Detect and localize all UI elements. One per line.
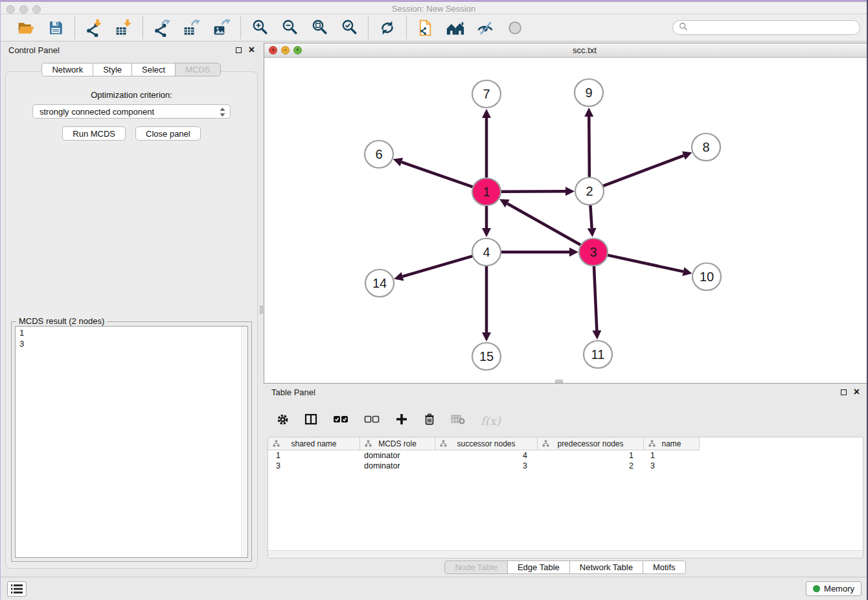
export-image-icon[interactable] [211, 17, 232, 38]
table-tab-network-table[interactable]: Network Table [569, 560, 643, 574]
column-hierarchy-icon [273, 440, 280, 449]
horizontal-splitter-handle[interactable] [555, 380, 563, 383]
table-cell[interactable]: 3 [644, 461, 700, 470]
select-all-checkboxes-icon[interactable] [333, 415, 348, 426]
table-tab-node-table[interactable]: Node Table [444, 560, 508, 574]
edge-1-to-6[interactable] [402, 162, 473, 187]
control-panel-title: Control Panel [8, 45, 60, 55]
zoom-fit-icon[interactable] [309, 17, 330, 38]
split-columns-icon[interactable] [304, 413, 317, 428]
add-row-icon[interactable] [395, 413, 408, 428]
table-cell[interactable]: 1 [538, 451, 644, 460]
memory-button[interactable]: Memory [806, 581, 862, 596]
table-cell[interactable]: 1 [644, 451, 700, 460]
network-graph[interactable]: 7968124314101511 [264, 58, 868, 384]
search-input[interactable] [692, 22, 854, 33]
show-graphics-details-icon[interactable] [505, 17, 525, 38]
application-window: Session: New Session [0, 0, 868, 600]
edge-4-to-14[interactable] [403, 256, 473, 277]
delete-table-icon[interactable] [451, 414, 465, 427]
zoom-selected-icon[interactable] [339, 17, 360, 38]
import-network-icon[interactable] [84, 17, 104, 38]
delete-row-trash-icon[interactable] [424, 413, 435, 428]
close-panel-button[interactable]: Close panel [135, 126, 201, 141]
new-network-from-selection-icon[interactable] [415, 17, 436, 38]
column-hierarchy-icon [365, 440, 372, 449]
open-session-icon[interactable] [16, 17, 36, 38]
edge-2-to-8[interactable] [603, 156, 684, 186]
edge-3-to-11[interactable] [594, 266, 597, 330]
float-panel-icon[interactable] [236, 47, 242, 53]
search-field[interactable] [672, 20, 860, 35]
graph-node-label-3: 3 [589, 245, 597, 259]
table-row[interactable]: 3dominator323 [268, 461, 863, 471]
task-history-button[interactable] [7, 581, 27, 597]
table-cell[interactable]: 4 [435, 451, 538, 460]
close-panel-icon[interactable]: × [249, 46, 255, 54]
zoom-in-icon[interactable] [249, 17, 270, 38]
hide-selected-eye-slash-icon[interactable] [475, 17, 496, 38]
column-hierarchy-icon [440, 440, 447, 449]
mcds-result-group: MCDS result (2 nodes) 1 3 [11, 321, 252, 562]
network-canvas[interactable]: 7968124314101511 [264, 58, 868, 383]
graph-node-label-9: 9 [585, 86, 592, 100]
node-table: shared nameMCDS rolesuccessor nodesprede… [268, 437, 863, 559]
tab-style[interactable]: Style [93, 63, 132, 76]
table-horizontal-scrollbar[interactable] [268, 550, 863, 558]
mcds-panel: Optimization criterion: strongly connect… [5, 71, 258, 569]
column-header-predecessor-nodes[interactable]: predecessor nodes [538, 437, 644, 450]
mcds-result-title: MCDS result (2 nodes) [16, 316, 107, 326]
save-session-icon[interactable] [45, 17, 66, 38]
table-cell[interactable]: dominator [360, 451, 435, 460]
graph-node-label-1: 1 [483, 185, 490, 199]
apply-layout-refresh-icon[interactable] [377, 17, 398, 38]
table-cell[interactable]: 2 [538, 461, 644, 470]
zoom-out-icon[interactable] [279, 17, 300, 38]
run-mcds-button[interactable]: Run MCDS [62, 126, 126, 141]
mcds-result-list[interactable]: 1 3 [15, 326, 248, 558]
graph-node-label-4: 4 [483, 245, 490, 259]
edge-1-to-2[interactable] [501, 191, 565, 192]
deselect-all-checkboxes-icon[interactable] [364, 415, 380, 426]
table-cell[interactable]: 3 [435, 461, 538, 470]
tab-select[interactable]: Select [131, 63, 176, 76]
tab-network[interactable]: Network [41, 63, 93, 76]
memory-label: Memory [824, 584, 854, 594]
gear-settings-icon[interactable] [277, 413, 289, 428]
import-table-icon[interactable] [113, 17, 134, 38]
criterion-dropdown-value: strongly connected component [40, 107, 154, 117]
graph-node-label-11: 11 [591, 347, 605, 362]
window-titlebar: Session: New Session [1, 0, 867, 14]
table-cell[interactable]: 3 [268, 461, 360, 470]
export-network-icon[interactable] [152, 17, 172, 38]
criterion-dropdown[interactable]: strongly connected component [32, 104, 231, 119]
column-header-name[interactable]: name [644, 437, 700, 450]
function-builder-icon[interactable]: f(x) [481, 414, 501, 428]
graph-node-label-14: 14 [372, 276, 387, 290]
first-neighbors-icon[interactable] [445, 17, 466, 38]
result-scrollbar[interactable] [241, 327, 247, 557]
table-cell[interactable]: 1 [268, 451, 360, 460]
edge-3-to-1[interactable] [507, 203, 581, 245]
table-tab-edge-table[interactable]: Edge Table [507, 560, 570, 574]
edge-2-to-9[interactable] [589, 117, 589, 177]
export-table-icon[interactable] [181, 17, 202, 38]
table-tab-motifs[interactable]: Motifs [643, 560, 686, 574]
memory-status-icon [813, 585, 820, 592]
tab-mcds[interactable]: MCDS [175, 63, 220, 76]
graph-node-label-10: 10 [700, 270, 714, 284]
control-panel: Control Panel × NetworkStyleSelectMCDS O… [1, 41, 262, 577]
column-header-MCDS-role[interactable]: MCDS role [360, 437, 435, 450]
table-panel-title: Table Panel [271, 387, 315, 397]
window-title: Session: New Session [1, 4, 867, 14]
table-row[interactable]: 1dominator411 [268, 450, 863, 461]
table-cell[interactable]: dominator [360, 461, 435, 470]
float-table-panel-icon[interactable] [841, 389, 847, 395]
search-icon [679, 22, 688, 34]
edge-2-to-3[interactable] [590, 205, 591, 228]
close-table-panel-icon[interactable]: × [854, 388, 860, 396]
edge-3-to-10[interactable] [607, 255, 683, 271]
optimization-criterion-label: Optimization criterion: [6, 90, 257, 100]
column-header-shared-name[interactable]: shared name [268, 437, 360, 450]
column-header-successor-nodes[interactable]: successor nodes [435, 437, 538, 450]
